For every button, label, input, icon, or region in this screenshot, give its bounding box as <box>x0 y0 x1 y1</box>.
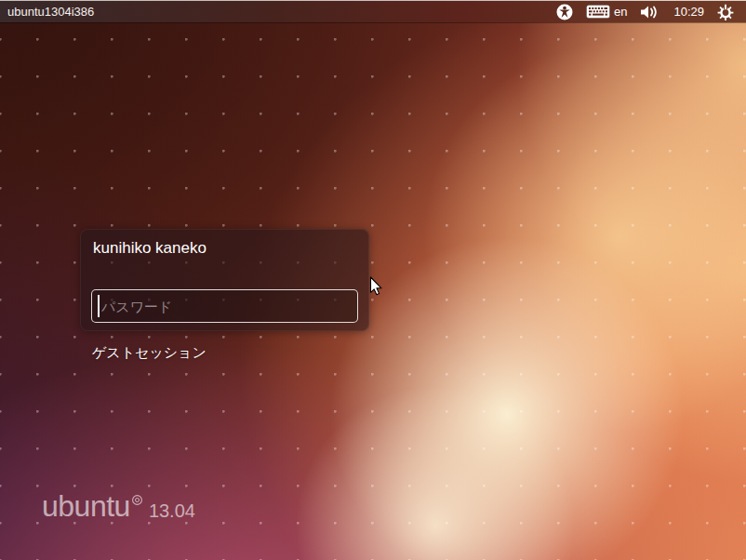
top-panel: ubuntu1304i386 <box>0 1 746 22</box>
hostname-label: ubuntu1304i386 <box>7 1 94 22</box>
indicator-area: en 10:29 <box>550 1 740 22</box>
keyboard-icon <box>586 5 610 19</box>
volume-menu[interactable] <box>633 1 667 22</box>
login-screen: ubuntu1304i386 <box>0 0 746 560</box>
text-caret <box>98 295 100 317</box>
password-field-wrap <box>91 289 358 323</box>
version-label: 13.04 <box>149 501 195 520</box>
login-panel: kunihiko kaneko <box>80 229 369 331</box>
password-input[interactable] <box>91 289 358 323</box>
ubuntu-logo: ubuntu 13.04 <box>42 491 195 521</box>
volume-icon <box>640 5 660 20</box>
username-label: kunihiko kaneko <box>93 239 206 258</box>
keyboard-layout-label: en <box>614 5 627 19</box>
guest-session-link[interactable]: ゲストセッション <box>92 344 206 362</box>
screen-top-edge <box>0 0 746 1</box>
ubuntu-wordmark: ubuntu <box>42 491 130 521</box>
accessibility-icon <box>556 4 573 20</box>
keyboard-menu[interactable]: en <box>579 1 633 22</box>
accessibility-menu[interactable] <box>550 1 579 22</box>
circle-of-friends-icon <box>132 492 142 509</box>
session-gear-icon <box>717 4 734 20</box>
mouse-cursor <box>369 276 383 300</box>
clock-label: 10:29 <box>673 5 704 19</box>
clock-menu[interactable]: 10:29 <box>667 1 711 22</box>
session-menu[interactable] <box>711 1 740 22</box>
